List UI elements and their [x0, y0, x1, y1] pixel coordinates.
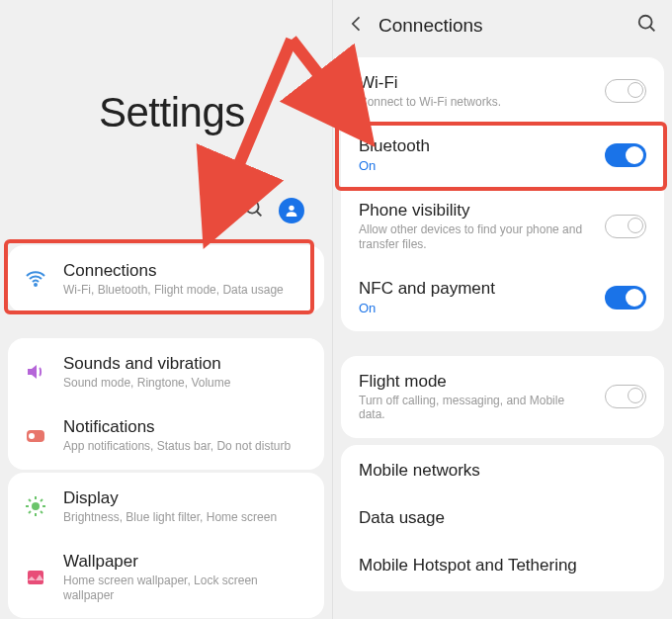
item-body: Display Brightness, Blue light filter, H… — [63, 488, 308, 524]
sound-icon — [24, 360, 47, 384]
item-title: Wi-Fi — [359, 73, 593, 93]
connections-item-flight-mode[interactable]: Flight mode Turn off calling, messaging,… — [341, 358, 664, 436]
connections-item-bluetooth[interactable]: Bluetooth On — [341, 123, 664, 187]
svg-line-17 — [650, 27, 655, 32]
item-body: Phone visibility Allow other devices to … — [359, 201, 593, 251]
svg-point-5 — [29, 433, 35, 439]
settings-toolbar — [0, 198, 332, 223]
wifi-toggle[interactable] — [605, 79, 646, 103]
settings-item-sounds[interactable]: Sounds and vibration Sound mode, Rington… — [8, 340, 324, 403]
svg-point-3 — [35, 284, 37, 286]
settings-item-notifications[interactable]: Notifications App notifications, Status … — [8, 403, 324, 467]
item-body: Mobile networks — [359, 461, 646, 481]
connections-item-nfc[interactable]: NFC and payment On — [341, 265, 664, 329]
item-title: Connections — [63, 261, 308, 281]
item-title: Bluetooth — [359, 136, 593, 156]
connections-item-data-usage[interactable]: Data usage — [341, 494, 664, 542]
svg-line-13 — [29, 511, 31, 513]
settings-item-wallpaper[interactable]: Wallpaper Home screen wallpaper, Lock sc… — [8, 538, 324, 616]
item-subtitle: Sound mode, Ringtone, Volume — [63, 376, 308, 390]
account-avatar-icon[interactable] — [279, 198, 304, 223]
svg-point-2 — [289, 206, 294, 211]
connections-header: Connections — [333, 0, 672, 51]
settings-item-connections[interactable]: Connections Wi-Fi, Bluetooth, Flight mod… — [8, 247, 324, 310]
item-body: Bluetooth On — [359, 136, 593, 173]
item-title: Flight mode — [359, 372, 593, 392]
item-body: Data usage — [359, 508, 646, 528]
connections-panel: Connections Wi-Fi Connect to Wi-Fi netwo… — [333, 0, 672, 619]
svg-point-0 — [246, 201, 259, 214]
svg-line-1 — [257, 212, 262, 217]
connections-item-visibility[interactable]: Phone visibility Allow other devices to … — [341, 187, 664, 265]
item-title: Data usage — [359, 508, 646, 528]
connections-item-wifi[interactable]: Wi-Fi Connect to Wi-Fi networks. — [341, 59, 664, 123]
connections-item-hotspot[interactable]: Mobile Hotspot and Tethering — [341, 542, 664, 589]
item-subtitle: Turn off calling, messaging, and Mobile … — [359, 394, 593, 422]
search-icon[interactable] — [243, 198, 265, 223]
svg-line-14 — [41, 499, 42, 501]
item-title: NFC and payment — [359, 279, 593, 299]
svg-line-12 — [41, 511, 42, 513]
notifications-icon — [24, 424, 47, 448]
item-subtitle: Connect to Wi-Fi networks. — [359, 95, 593, 109]
bluetooth-toggle[interactable] — [605, 143, 646, 167]
settings-group-connections: Connections Wi-Fi, Bluetooth, Flight mod… — [8, 245, 324, 312]
item-subtitle: Home screen wallpaper, Lock screen wallp… — [63, 574, 308, 602]
item-body: Wi-Fi Connect to Wi-Fi networks. — [359, 73, 593, 109]
item-body: Flight mode Turn off calling, messaging,… — [359, 372, 593, 422]
item-body: NFC and payment On — [359, 279, 593, 315]
wifi-icon — [24, 267, 47, 291]
wallpaper-icon — [24, 566, 47, 589]
item-title: Wallpaper — [63, 552, 308, 572]
item-subtitle: Allow other devices to find your phone a… — [359, 222, 593, 251]
visibility-toggle[interactable] — [605, 215, 646, 238]
settings-item-display[interactable]: Display Brightness, Blue light filter, H… — [8, 475, 324, 538]
item-title: Phone visibility — [359, 201, 593, 221]
page-title: Settings — [99, 89, 245, 136]
settings-group-display: Display Brightness, Blue light filter, H… — [8, 473, 324, 618]
item-title: Display — [63, 488, 308, 508]
item-body: Connections Wi-Fi, Bluetooth, Flight mod… — [63, 261, 308, 297]
svg-point-6 — [32, 502, 40, 510]
svg-point-16 — [639, 16, 652, 29]
item-title: Sounds and vibration — [63, 354, 308, 374]
item-body: Sounds and vibration Sound mode, Rington… — [63, 354, 308, 390]
back-icon[interactable] — [347, 14, 367, 38]
settings-main-panel: Settings Connections Wi-Fi, Bluetooth, F… — [0, 0, 333, 619]
connections-group-2: Flight mode Turn off calling, messaging,… — [341, 356, 664, 438]
item-title: Mobile Hotspot and Tethering — [359, 556, 646, 575]
connections-group-3: Mobile networks Data usage Mobile Hotspo… — [341, 445, 664, 591]
item-status: On — [359, 158, 593, 173]
item-body: Notifications App notifications, Status … — [63, 417, 308, 453]
item-status: On — [359, 301, 593, 315]
item-title: Mobile networks — [359, 461, 646, 481]
connections-item-mobile-networks[interactable]: Mobile networks — [341, 447, 664, 494]
item-subtitle: Wi-Fi, Bluetooth, Flight mode, Data usag… — [63, 283, 308, 297]
display-icon — [24, 494, 47, 518]
item-body: Mobile Hotspot and Tethering — [359, 556, 646, 575]
svg-line-11 — [29, 499, 31, 501]
flight-mode-toggle[interactable] — [605, 385, 646, 408]
item-subtitle: Brightness, Blue light filter, Home scre… — [63, 510, 308, 524]
item-title: Notifications — [63, 417, 308, 437]
item-subtitle: App notifications, Status bar, Do not di… — [63, 439, 308, 453]
search-icon[interactable] — [636, 13, 658, 39]
settings-group-sound-notif: Sounds and vibration Sound mode, Rington… — [8, 338, 324, 470]
nfc-toggle[interactable] — [605, 286, 646, 310]
connections-group-1: Wi-Fi Connect to Wi-Fi networks. Bluetoo… — [341, 57, 664, 331]
item-body: Wallpaper Home screen wallpaper, Lock sc… — [63, 552, 308, 602]
header-title: Connections — [378, 15, 625, 37]
